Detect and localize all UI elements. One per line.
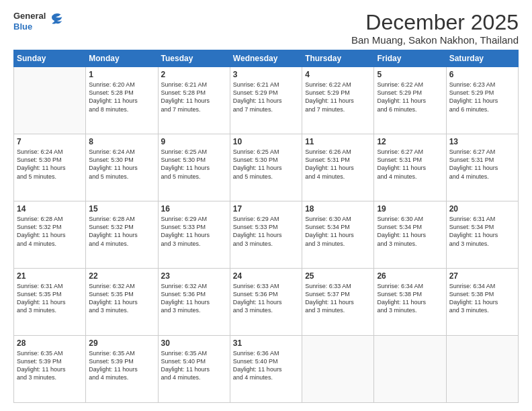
col-header-monday: Monday [86,50,158,67]
calendar-cell: 4Sunrise: 6:22 AM Sunset: 5:29 PM Daylig… [302,67,374,134]
calendar-cell [374,336,446,403]
day-number: 11 [305,137,371,146]
col-header-tuesday: Tuesday [158,50,230,67]
page-title: December 2025 [351,11,519,34]
page: General Blue December 2025 Ban Muang, Sa… [0,0,532,411]
calendar-cell: 3Sunrise: 6:21 AM Sunset: 5:29 PM Daylig… [230,67,302,134]
day-number: 18 [305,204,371,214]
cell-info: Sunrise: 6:33 AM Sunset: 5:37 PM Dayligh… [305,282,371,315]
day-number: 20 [449,204,515,214]
day-number: 24 [233,271,299,281]
day-number: 23 [161,271,227,281]
logo: General Blue [13,11,66,32]
calendar-cell: 24Sunrise: 6:33 AM Sunset: 5:36 PM Dayli… [230,269,302,336]
cell-info: Sunrise: 6:35 AM Sunset: 5:39 PM Dayligh… [89,349,154,382]
calendar-cell: 25Sunrise: 6:33 AM Sunset: 5:37 PM Dayli… [302,269,374,336]
calendar-cell: 11Sunrise: 6:26 AM Sunset: 5:31 PM Dayli… [302,134,374,201]
header: General Blue December 2025 Ban Muang, Sa… [13,11,519,46]
cell-info: Sunrise: 6:29 AM Sunset: 5:33 PM Dayligh… [161,215,227,248]
day-number: 21 [17,271,83,281]
calendar-week-row: 28Sunrise: 6:35 AM Sunset: 5:39 PM Dayli… [14,336,519,403]
cell-info: Sunrise: 6:26 AM Sunset: 5:31 PM Dayligh… [305,148,371,181]
day-number: 9 [161,137,227,146]
cell-info: Sunrise: 6:24 AM Sunset: 5:30 PM Dayligh… [17,148,83,181]
day-number: 31 [233,338,299,348]
col-header-thursday: Thursday [302,50,374,67]
calendar-cell: 22Sunrise: 6:32 AM Sunset: 5:35 PM Dayli… [86,269,158,336]
logo-text: General Blue [13,11,46,32]
day-number: 5 [377,70,443,79]
calendar-week-row: 7Sunrise: 6:24 AM Sunset: 5:30 PM Daylig… [14,134,519,201]
day-number: 26 [377,271,443,281]
title-block: December 2025 Ban Muang, Sakon Nakhon, T… [351,11,519,46]
page-subtitle: Ban Muang, Sakon Nakhon, Thailand [351,34,519,46]
calendar-header-row: SundayMondayTuesdayWednesdayThursdayFrid… [14,50,519,67]
cell-info: Sunrise: 6:31 AM Sunset: 5:35 PM Dayligh… [17,282,83,315]
calendar-cell: 27Sunrise: 6:34 AM Sunset: 5:38 PM Dayli… [446,269,518,336]
calendar-cell: 28Sunrise: 6:35 AM Sunset: 5:39 PM Dayli… [14,336,86,403]
day-number: 13 [449,137,515,146]
day-number: 3 [233,70,299,79]
day-number: 1 [89,70,154,79]
calendar-cell: 18Sunrise: 6:30 AM Sunset: 5:34 PM Dayli… [302,201,374,269]
calendar-cell: 29Sunrise: 6:35 AM Sunset: 5:39 PM Dayli… [86,336,158,403]
calendar-cell: 23Sunrise: 6:32 AM Sunset: 5:36 PM Dayli… [158,269,230,336]
calendar-week-row: 14Sunrise: 6:28 AM Sunset: 5:32 PM Dayli… [14,201,519,269]
cell-info: Sunrise: 6:34 AM Sunset: 5:38 PM Dayligh… [377,282,443,315]
calendar-cell: 16Sunrise: 6:29 AM Sunset: 5:33 PM Dayli… [158,201,230,269]
calendar-cell: 20Sunrise: 6:31 AM Sunset: 5:34 PM Dayli… [446,201,518,269]
cell-info: Sunrise: 6:20 AM Sunset: 5:28 PM Dayligh… [89,81,154,113]
cell-info: Sunrise: 6:32 AM Sunset: 5:35 PM Dayligh… [89,282,154,315]
calendar-cell: 9Sunrise: 6:25 AM Sunset: 5:30 PM Daylig… [158,134,230,201]
calendar-cell: 7Sunrise: 6:24 AM Sunset: 5:30 PM Daylig… [14,134,86,201]
calendar-cell: 5Sunrise: 6:22 AM Sunset: 5:29 PM Daylig… [374,67,446,134]
calendar-cell: 26Sunrise: 6:34 AM Sunset: 5:38 PM Dayli… [374,269,446,336]
calendar-cell: 15Sunrise: 6:28 AM Sunset: 5:32 PM Dayli… [86,201,158,269]
cell-info: Sunrise: 6:33 AM Sunset: 5:36 PM Dayligh… [233,282,299,315]
calendar-cell: 6Sunrise: 6:23 AM Sunset: 5:29 PM Daylig… [446,67,518,134]
logo-general: General [13,11,46,21]
cell-info: Sunrise: 6:28 AM Sunset: 5:32 PM Dayligh… [17,215,83,248]
calendar-cell: 10Sunrise: 6:25 AM Sunset: 5:30 PM Dayli… [230,134,302,201]
calendar-table: SundayMondayTuesdayWednesdayThursdayFrid… [13,50,519,403]
day-number: 29 [89,338,154,348]
day-number: 7 [17,137,83,146]
cell-info: Sunrise: 6:30 AM Sunset: 5:34 PM Dayligh… [377,215,443,248]
calendar-cell [14,67,86,134]
cell-info: Sunrise: 6:25 AM Sunset: 5:30 PM Dayligh… [233,148,299,181]
cell-info: Sunrise: 6:21 AM Sunset: 5:28 PM Dayligh… [161,81,227,113]
day-number: 4 [305,70,371,79]
cell-info: Sunrise: 6:31 AM Sunset: 5:34 PM Dayligh… [449,215,515,248]
calendar-cell: 30Sunrise: 6:35 AM Sunset: 5:40 PM Dayli… [158,336,230,403]
day-number: 14 [17,204,83,214]
cell-info: Sunrise: 6:25 AM Sunset: 5:30 PM Dayligh… [161,148,227,181]
calendar-cell [446,336,518,403]
cell-info: Sunrise: 6:21 AM Sunset: 5:29 PM Dayligh… [233,81,299,113]
day-number: 22 [89,271,154,281]
day-number: 30 [161,338,227,348]
day-number: 15 [89,204,154,214]
col-header-friday: Friday [374,50,446,67]
calendar-cell: 21Sunrise: 6:31 AM Sunset: 5:35 PM Dayli… [14,269,86,336]
cell-info: Sunrise: 6:22 AM Sunset: 5:29 PM Dayligh… [377,81,443,113]
cell-info: Sunrise: 6:36 AM Sunset: 5:40 PM Dayligh… [233,349,299,382]
day-number: 12 [377,137,443,146]
calendar-cell: 12Sunrise: 6:27 AM Sunset: 5:31 PM Dayli… [374,134,446,201]
day-number: 25 [305,271,371,281]
cell-info: Sunrise: 6:27 AM Sunset: 5:31 PM Dayligh… [449,148,515,181]
day-number: 8 [89,137,154,146]
cell-info: Sunrise: 6:27 AM Sunset: 5:31 PM Dayligh… [377,148,443,181]
calendar-week-row: 21Sunrise: 6:31 AM Sunset: 5:35 PM Dayli… [14,269,519,336]
day-number: 19 [377,204,443,214]
calendar-cell: 17Sunrise: 6:29 AM Sunset: 5:33 PM Dayli… [230,201,302,269]
col-header-wednesday: Wednesday [230,50,302,67]
day-number: 10 [233,137,299,146]
col-header-sunday: Sunday [14,50,86,67]
day-number: 27 [449,271,515,281]
logo-bird-icon [47,11,66,30]
day-number: 28 [17,338,83,348]
calendar-cell: 1Sunrise: 6:20 AM Sunset: 5:28 PM Daylig… [86,67,158,134]
calendar-cell [302,336,374,403]
calendar-cell: 13Sunrise: 6:27 AM Sunset: 5:31 PM Dayli… [446,134,518,201]
day-number: 2 [161,70,227,79]
